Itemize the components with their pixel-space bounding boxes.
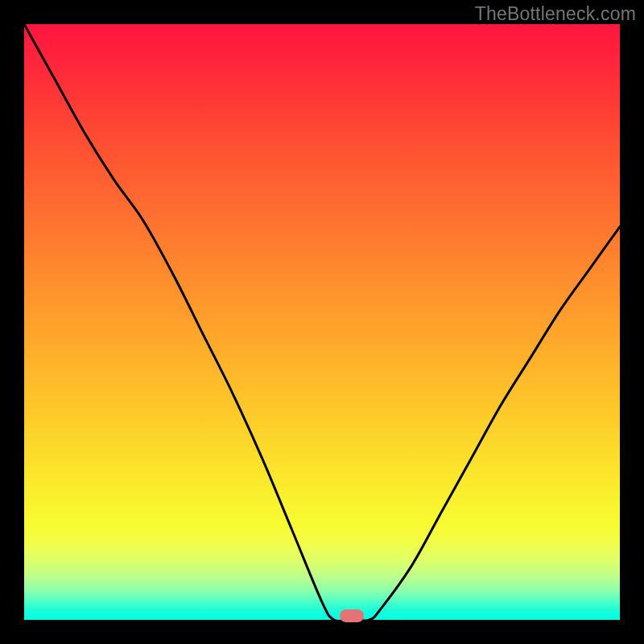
curve-svg [24,24,620,620]
chart-frame: TheBottleneck.com [0,0,644,644]
bottleneck-curve [24,24,620,620]
plot-area [24,24,620,620]
watermark-text: TheBottleneck.com [475,3,636,25]
bottleneck-marker [340,609,364,622]
